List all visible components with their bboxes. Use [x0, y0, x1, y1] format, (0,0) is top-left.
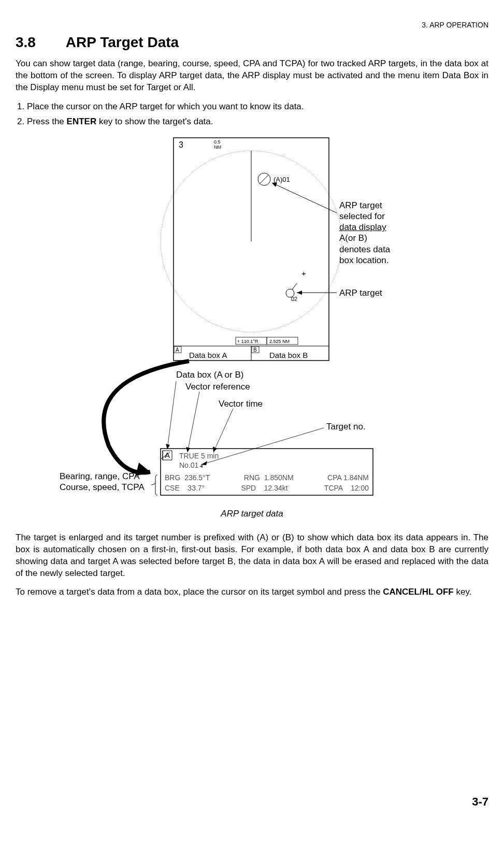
annot-vecref: Vector reference [185, 381, 250, 392]
paragraph-3: To remove a target's data from a data bo… [16, 586, 488, 598]
db-vecref: TRUE [179, 452, 199, 460]
svg-line-4 [260, 175, 268, 183]
step-2-post: key to show the target's data. [96, 117, 213, 126]
para3-pre: To remove a target's data from a data bo… [16, 587, 383, 597]
db-header-line: TRUE 5 min [179, 452, 219, 460]
section-number: 3.8 [16, 34, 62, 51]
db-targetno: No.01◄ [179, 461, 204, 469]
step-2: Press the ENTER key to show the target's… [27, 116, 488, 128]
range-unit: NM [214, 145, 221, 150]
paragraph-2: The target is enlarged and its target nu… [16, 532, 488, 580]
cursor-rng: 2.525 NM [269, 339, 290, 344]
annot-arp-target: ARP target [339, 287, 382, 298]
annot-line: denotes data [339, 244, 390, 254]
annot-line: data display [339, 222, 386, 232]
svg-marker-14 [272, 182, 277, 187]
annot-databox: Data box (A or B) [176, 369, 243, 380]
db-vectime: 5 min [201, 452, 219, 460]
data-box-detail: A TRUE 5 min No.01◄ BRG 236.5°T RNG 1.85… [161, 449, 373, 495]
box-b-id: B [253, 347, 257, 353]
section-heading: 3.8 ARP Target Data [16, 34, 488, 51]
target-a-label: (A)01 [273, 176, 290, 183]
box-a-id: A [176, 347, 179, 353]
intro-paragraph: You can show target data (range, bearing… [16, 58, 488, 94]
range-val: 0.5 [214, 139, 221, 145]
annot-vectime: Vector time [219, 398, 263, 409]
annot-brc: Bearing, range, CPA Course, speed, TCPA [60, 471, 145, 493]
annot-line: ARP target [339, 200, 382, 210]
step-1: Place the cursor on the ARP target for w… [27, 101, 488, 113]
annot-targetno: Target no. [326, 421, 366, 432]
data-box-b-text: Data box B [269, 351, 308, 359]
db-row2: CSE 33.7° SPD 12.34kt TCPA 12:00 [165, 484, 369, 492]
chapter-header: 3. ARP OPERATION [16, 21, 488, 29]
steps-list: Place the cursor on the ARP target for w… [16, 101, 488, 128]
enter-key: ENTER [67, 117, 97, 126]
figure-caption: ARP target data [16, 508, 488, 519]
svg-marker-16 [297, 291, 302, 295]
svg-line-6 [292, 283, 297, 290]
section-title: ARP Target Data [66, 34, 179, 50]
cursor-brg: + 110.1°R [237, 339, 258, 344]
annot-selected: ARP target selected for data display A(o… [339, 200, 390, 266]
db-row1: BRG 236.5°T RNG 1.850NM CPA 1.84NM [165, 473, 369, 482]
svg-line-25 [213, 409, 233, 452]
svg-line-23 [188, 392, 199, 452]
db-id: A [165, 451, 170, 459]
data-box-a-text: Data box A [189, 351, 227, 359]
range-scale: 3 [179, 140, 183, 149]
cursor-mark: + [301, 269, 306, 278]
annot-line: Course, speed, TCPA [60, 482, 145, 492]
annot-line: selected for [339, 211, 385, 221]
para3-post: key. [454, 587, 472, 597]
step-2-pre: Press the [27, 117, 67, 126]
svg-line-21 [167, 381, 176, 449]
annot-line: Bearing, range, CPA [60, 471, 140, 481]
figure: 3 0.5 NM (A)01 02 + + 110.1°R 2.525 NM A… [16, 135, 488, 529]
target-b-label: 02 [291, 296, 297, 302]
annot-line: A(or B) [339, 233, 367, 243]
cancel-key: CANCEL/HL OFF [383, 587, 454, 597]
svg-line-13 [272, 183, 337, 213]
page-number: 3-7 [16, 795, 488, 809]
annot-line: box location. [339, 255, 388, 265]
